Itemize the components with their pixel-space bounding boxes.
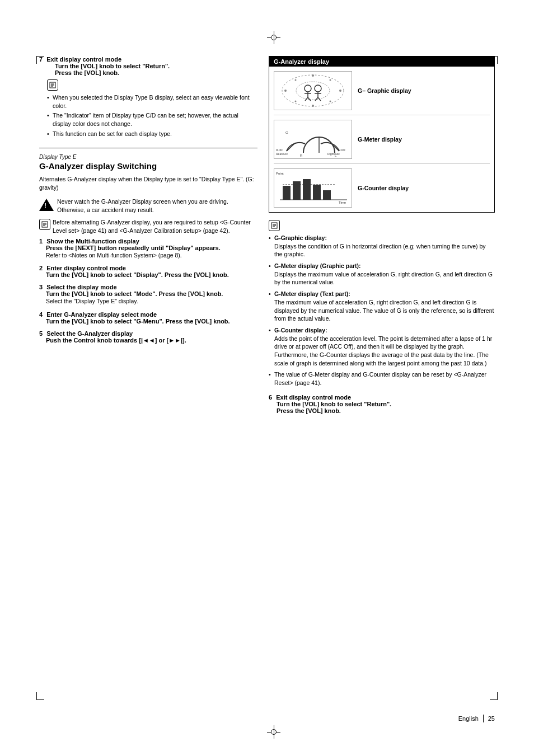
step-7-section: 7 Exit display control mode Turn the [VO… xyxy=(39,56,257,138)
right-note-icon-box xyxy=(269,219,495,231)
g-analyzer-content: G– Graphic display 0.00 xyxy=(269,67,494,212)
right-note-1-title: G-Graphic display: xyxy=(274,234,327,241)
right-note-icon xyxy=(269,220,280,231)
step-3-title: Select the display mode xyxy=(46,284,116,290)
right-note-3-desc: The maximum value of acceleration G, rig… xyxy=(274,299,494,322)
step-6-header: 6 Exit display control mode xyxy=(269,394,495,401)
step-5-num: 5 xyxy=(39,330,43,337)
svg-text:Right•Acc: Right•Acc xyxy=(327,152,340,156)
right-note-5: The value of G-Meter display and G-Count… xyxy=(269,370,495,387)
svg-point-8 xyxy=(282,75,344,106)
step-6-instruction1: Turn the [VOL] knob to select "Return". xyxy=(277,401,495,407)
step-6-num: 6 xyxy=(269,394,272,401)
step-7-note-3: This function can be set for each displa… xyxy=(47,130,257,138)
g-counter-row: Point xyxy=(274,168,490,208)
step-4-num: 4 xyxy=(39,311,43,318)
step-2-title: Enter display control mode xyxy=(46,265,126,271)
right-note-2-desc: Displays the maximum value of accelerati… xyxy=(274,271,493,286)
note-box-text: Before alternating G-Analyzer display, y… xyxy=(53,218,257,234)
right-note-4-desc: Adds the point of the acceleration level… xyxy=(274,335,492,367)
left-column: 7 Exit display control mode Turn the [VO… xyxy=(39,56,257,414)
note-icon-section xyxy=(39,219,50,230)
right-note-2: G-Meter display (Graphic part): Displays… xyxy=(269,262,495,287)
step-6-section: 6 Exit display control mode Turn the [VO… xyxy=(269,394,495,414)
step-3-desc: Select the "Display Type E" display. xyxy=(46,297,257,306)
display-type-label: Display Type E xyxy=(39,154,257,160)
step-4-title: Enter G-Analyzer display select mode xyxy=(46,311,157,318)
g-graphic-label: G– Graphic display xyxy=(358,87,411,94)
svg-text:R: R xyxy=(300,154,303,157)
section-intro: Alternates G-Analyzer display when the D… xyxy=(39,175,257,191)
page: 7 Exit display control mode Turn the [VO… xyxy=(0,0,534,756)
right-note-4-title: G-Counter display: xyxy=(274,327,327,334)
g-meter-image: 0.00 G R L 0.0 xyxy=(274,120,352,159)
step-1-sub: Press the [NEXT] button repeatedly until… xyxy=(46,245,257,251)
svg-line-19 xyxy=(318,97,321,101)
warning-triangle xyxy=(39,199,54,211)
g-analyzer-header: G-Analyzer display xyxy=(269,57,494,67)
right-note-2-title: G-Meter display (Graphic part): xyxy=(274,262,361,269)
step-3-num: 3 xyxy=(39,284,43,290)
content-area: 7 Exit display control mode Turn the [VO… xyxy=(39,56,495,700)
svg-point-10 xyxy=(305,85,311,92)
step-1-desc: Refer to <Notes on Multi-function System… xyxy=(46,251,257,260)
page-language: English xyxy=(458,715,479,722)
section-divider xyxy=(39,148,257,148)
g-analyzer-box: G-Analyzer display xyxy=(269,56,495,213)
svg-rect-39 xyxy=(283,186,291,200)
step-7-body: Turn the [VOL] knob to select "Return". … xyxy=(47,63,257,138)
step-1: 1 Show the Multi-function display Press … xyxy=(39,238,257,260)
page-divider xyxy=(483,715,484,722)
svg-point-27 xyxy=(295,79,297,81)
g-meter-label: G-Meter display xyxy=(358,136,402,143)
step-6-body: Turn the [VOL] knob to select "Return". … xyxy=(277,401,495,414)
warning-icon xyxy=(39,199,54,211)
step-4-sub: Turn the [VOL] knob to select "G-Menu". … xyxy=(46,318,257,325)
right-note-3-title: G-Meter display (Text part): xyxy=(274,290,350,297)
step-7-instruction1: Turn the [VOL] knob to select "Return". xyxy=(55,63,257,69)
step-2: 2 Enter display control mode Turn the [V… xyxy=(39,265,257,278)
step-2-num: 2 xyxy=(39,265,43,271)
step-1-num: 1 xyxy=(39,238,43,245)
note-box-section: Before alternating G-Analyzer display, y… xyxy=(39,218,257,234)
g-graphic-image xyxy=(274,71,352,110)
warning-content: Never watch the G-Analyzer Display scree… xyxy=(57,198,228,214)
section-title: G-Analyzer display Switching xyxy=(39,161,257,171)
step-4: 4 Enter G-Analyzer display select mode T… xyxy=(39,311,257,325)
svg-point-26 xyxy=(284,90,287,92)
right-column: G-Analyzer display xyxy=(269,56,495,414)
svg-point-9 xyxy=(296,82,330,100)
step-7-title: Exit display control mode xyxy=(46,56,121,63)
step-6-title: Exit display control mode xyxy=(276,394,351,401)
g-meter-row: 0.00 G R L 0.0 xyxy=(274,120,490,164)
svg-point-22 xyxy=(339,90,341,92)
step-7-note-icon xyxy=(47,79,257,91)
svg-text:Rear•Acc: Rear•Acc xyxy=(276,152,288,156)
svg-text:Point: Point xyxy=(276,172,284,175)
step-3: 3 Select the display mode Turn the [VOL]… xyxy=(39,284,257,306)
right-note-1: G-Graphic display: Displays the conditio… xyxy=(269,234,495,259)
warning-text2: Otherwise, a car accident may result. xyxy=(57,206,228,214)
svg-text:0.00: 0.00 xyxy=(339,148,345,152)
svg-line-28 xyxy=(287,143,296,151)
svg-text:0.00: 0.00 xyxy=(276,148,283,152)
two-column-layout: 7 Exit display control mode Turn the [VO… xyxy=(39,56,495,414)
right-note-5-text: The value of G-Meter display and G-Count… xyxy=(274,371,486,386)
svg-point-15 xyxy=(315,85,321,92)
step-6-instruction2: Press the [VOL] knob. xyxy=(277,407,495,414)
warning-text1: Never watch the G-Analyzer Display scree… xyxy=(57,198,228,206)
step-2-sub: Turn the [VOL] knob to select "Display".… xyxy=(46,271,257,278)
g-counter-image: Point xyxy=(274,168,352,208)
svg-point-20 xyxy=(312,74,314,77)
step-7-note-2: The "Indicator" item of Display type C/D… xyxy=(47,111,257,128)
note-icon-7 xyxy=(47,79,58,91)
step-5-sub: Push the Control knob towards [|◄◄] or [… xyxy=(46,337,257,344)
step-7-header: 7 Exit display control mode xyxy=(39,56,257,63)
g-counter-label: G-Counter display xyxy=(358,185,409,191)
step-7-note-1: When you selected the Display Type B dis… xyxy=(47,93,257,110)
svg-line-13 xyxy=(305,97,308,101)
svg-rect-42 xyxy=(313,185,321,200)
svg-rect-40 xyxy=(293,181,301,200)
svg-point-25 xyxy=(295,101,297,102)
step-1-title: Show the Multi-function display xyxy=(46,238,139,245)
